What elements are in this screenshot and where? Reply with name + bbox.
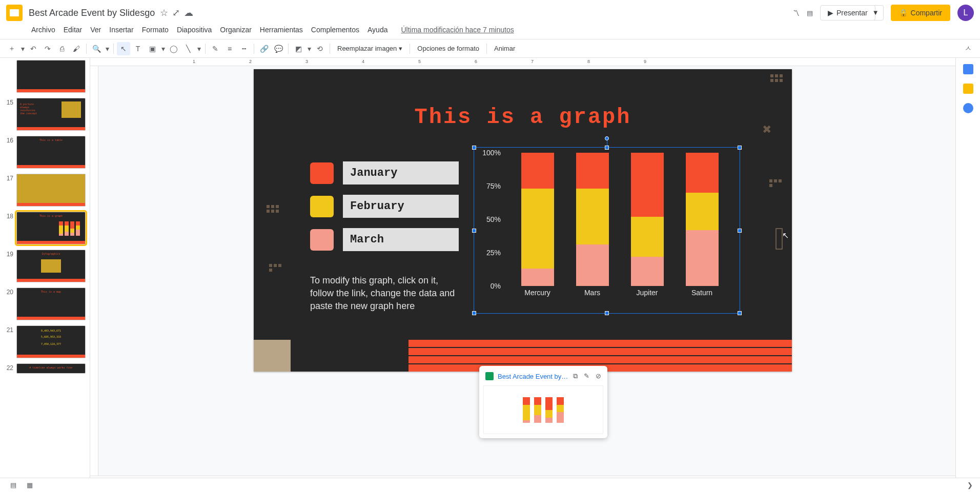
- image-dropdown[interactable]: ▾: [160, 42, 166, 55]
- thumb-row[interactable]: 18 This is a graph: [4, 212, 86, 244]
- menu-ver[interactable]: Ver: [87, 24, 105, 36]
- comments-icon[interactable]: ▤: [807, 9, 813, 17]
- resize-handle[interactable]: [472, 229, 476, 233]
- animate-button[interactable]: Animar: [490, 45, 519, 52]
- activity-icon[interactable]: 〽: [793, 9, 800, 17]
- thumb-number: 20: [4, 288, 13, 296]
- thumb-row[interactable]: 17: [4, 174, 86, 207]
- thumb-row[interactable]: 20 This is a map: [4, 288, 86, 320]
- menu-organizar[interactable]: Organizar: [216, 24, 255, 36]
- present-button[interactable]: ▶ Presentar: [820, 5, 875, 20]
- tasks-addon-icon[interactable]: [963, 103, 973, 113]
- move-icon[interactable]: ⤢: [172, 7, 180, 18]
- new-slide-button[interactable]: ＋: [5, 42, 18, 55]
- present-dropdown[interactable]: ▼: [868, 5, 884, 20]
- image-tool[interactable]: ▣: [146, 42, 159, 55]
- last-modified-link[interactable]: Última modificación hace 7 minutos: [397, 24, 517, 36]
- resize-handle[interactable]: [472, 146, 476, 150]
- linked-sheet-title[interactable]: Best Arcade Event by Slid...: [498, 373, 569, 380]
- grid-view-icon[interactable]: ▦: [22, 479, 38, 491]
- menu-formato[interactable]: Formato: [138, 24, 172, 36]
- replace-image-button[interactable]: Reemplazar imagen▾: [333, 45, 406, 52]
- thumb-row[interactable]: 21 8,403,943,671 5,685,953,333 7,050,124…: [4, 325, 86, 358]
- print-button[interactable]: ⎙: [55, 42, 69, 55]
- edit-icon[interactable]: ✎: [584, 372, 589, 380]
- filmstrip-view-icon[interactable]: ▤: [5, 479, 22, 491]
- border-color-button[interactable]: ✎: [209, 42, 222, 55]
- legend-label[interactable]: February: [343, 195, 459, 218]
- chart-selected-object[interactable]: 100% 75% 50% 25% 0% MercuryMarsJupiterSa…: [474, 147, 740, 314]
- crop-button[interactable]: ◩: [292, 42, 305, 55]
- resize-handle[interactable]: [605, 311, 609, 315]
- collapse-toolbar-icon[interactable]: ㅅ: [962, 42, 975, 55]
- thumb-row[interactable]: 15 A picture always reinforces the conce…: [4, 98, 86, 131]
- format-options-button[interactable]: Opciones de formato: [413, 45, 483, 52]
- rotate-handle[interactable]: [605, 136, 609, 140]
- menu-insertar[interactable]: Insertar: [106, 24, 137, 36]
- menu-ayuda[interactable]: Ayuda: [364, 24, 391, 36]
- calendar-addon-icon[interactable]: [963, 64, 973, 74]
- textbox-tool[interactable]: T: [131, 42, 145, 55]
- help-text[interactable]: To modify this graph, click on it, follo…: [310, 274, 459, 313]
- resize-handle[interactable]: [738, 311, 742, 315]
- thumb-row[interactable]: 16 This is a table: [4, 136, 86, 169]
- reset-image-button[interactable]: ⟲: [313, 42, 326, 55]
- menu-diapositiva[interactable]: Diapositiva: [173, 24, 215, 36]
- resize-handle[interactable]: [738, 229, 742, 233]
- open-source-icon[interactable]: ⧉: [573, 372, 578, 380]
- comment-button[interactable]: 💬: [272, 42, 285, 55]
- thumb-row[interactable]: 19 Infographics: [4, 250, 86, 282]
- slide-thumbnail[interactable]: This is a map: [16, 288, 86, 320]
- link-button[interactable]: 🔗: [257, 42, 271, 55]
- legend-label[interactable]: January: [343, 161, 459, 184]
- thumb-row[interactable]: 22 A timeline always works fine: [4, 363, 86, 374]
- slide-thumbnail[interactable]: A picture always reinforces the concept: [16, 98, 86, 131]
- legend-item: February: [310, 195, 459, 218]
- slide-thumbnail[interactable]: A timeline always works fine: [16, 363, 86, 374]
- select-tool[interactable]: ↖: [117, 42, 130, 55]
- account-avatar[interactable]: L: [957, 5, 974, 21]
- border-dash-button[interactable]: ┅: [237, 42, 251, 55]
- filmstrip[interactable]: 15 A picture always reinforces the conce…: [0, 58, 90, 492]
- redo-button[interactable]: ↷: [41, 42, 54, 55]
- canvas-area[interactable]: 1 2 3 4 5 6 7 8 9 This is a graph ✖: [90, 58, 955, 492]
- slide-thumbnail[interactable]: [16, 174, 86, 207]
- slide-title[interactable]: This is a graph: [254, 105, 792, 130]
- keep-addon-icon[interactable]: [963, 84, 973, 94]
- undo-button[interactable]: ↶: [27, 42, 40, 55]
- menu-archivo[interactable]: Archivo: [28, 24, 59, 36]
- line-tool[interactable]: ╲: [181, 42, 195, 55]
- paint-format-button[interactable]: 🖌: [70, 42, 83, 55]
- star-icon[interactable]: ☆: [160, 7, 168, 18]
- menu-herramientas[interactable]: Herramientas: [256, 24, 307, 36]
- menu-complementos[interactable]: Complementos: [308, 24, 363, 36]
- bar-segment: [521, 189, 554, 269]
- resize-handle[interactable]: [738, 146, 742, 150]
- explore-icon[interactable]: ❯: [965, 479, 975, 491]
- cloud-status-icon[interactable]: ☁: [184, 7, 193, 18]
- share-button[interactable]: 🔒 Compartir: [891, 5, 950, 21]
- mask-dropdown[interactable]: ▾: [306, 42, 312, 55]
- slide-thumbnail[interactable]: Infographics: [16, 250, 86, 282]
- unlink-icon[interactable]: ⊘: [596, 372, 601, 380]
- border-weight-button[interactable]: ≡: [223, 42, 236, 55]
- slide-thumbnail[interactable]: [16, 60, 86, 93]
- slide-canvas[interactable]: This is a graph ✖ January February: [254, 69, 792, 372]
- legend-label[interactable]: March: [343, 228, 459, 251]
- zoom-button[interactable]: 🔍: [90, 42, 103, 55]
- app-header: Best Arcade Event by Slidesgo ☆ ⤢ ☁ 〽 ▤ …: [0, 0, 980, 23]
- linked-preview[interactable]: [483, 385, 603, 434]
- line-dropdown[interactable]: ▾: [196, 42, 202, 55]
- slide-thumbnail[interactable]: 8,403,943,671 5,685,953,333 7,050,124,37…: [16, 325, 86, 358]
- document-title[interactable]: Best Arcade Event by Slidesgo: [29, 8, 155, 18]
- resize-handle[interactable]: [472, 311, 476, 315]
- resize-handle[interactable]: [605, 146, 609, 150]
- menu-editar[interactable]: Editar: [60, 24, 86, 36]
- slide-thumbnail[interactable]: This is a table: [16, 136, 86, 169]
- new-slide-dropdown[interactable]: ▾: [19, 42, 26, 55]
- shape-tool[interactable]: ◯: [167, 42, 180, 55]
- zoom-dropdown[interactable]: ▾: [104, 42, 110, 55]
- slides-logo[interactable]: [6, 5, 23, 21]
- thumb-row[interactable]: [4, 60, 86, 93]
- slide-thumbnail-selected[interactable]: This is a graph: [16, 212, 86, 244]
